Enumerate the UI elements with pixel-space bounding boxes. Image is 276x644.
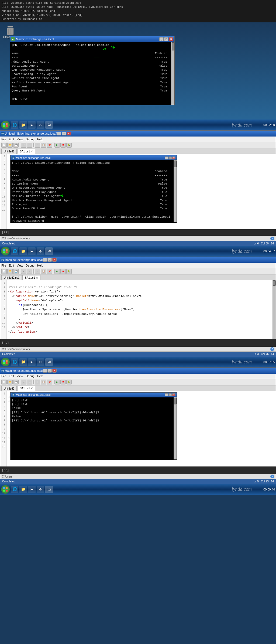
taskbar-media-icon-2[interactable]: ▶ [28, 247, 36, 255]
taskbar-ie-icon-4[interactable]: 🌐 [11, 486, 18, 493]
start-button-4[interactable] [1, 485, 10, 494]
ide-close-btn[interactable]: ✕ [67, 132, 71, 135]
s4-toolbar-run[interactable]: ▶ [54, 380, 60, 384]
toolbar-copy[interactable]: 📋 [41, 143, 46, 148]
inner-scrollbar[interactable] [174, 160, 177, 222]
s3-scrollbar-thumb[interactable] [273, 280, 276, 286]
tab-untitled2[interactable]: Untitled2 [1, 149, 17, 154]
taskbar-folder-icon-4[interactable]: 📁 [19, 486, 27, 493]
toolbar-undo[interactable]: ↩ [21, 143, 26, 148]
s4-toolbar-paste[interactable]: 📌 [47, 380, 52, 384]
taskbar-app-icon-2[interactable]: 🗂 [45, 247, 53, 255]
s3-toolbar-copy[interactable]: 📋 [41, 269, 46, 274]
s4-menu-view[interactable]: View [17, 374, 23, 378]
start-button-3[interactable] [1, 358, 10, 366]
s3-menu-debug[interactable]: Debug [26, 264, 34, 267]
taskbar-settings-icon[interactable]: ⚙ [37, 121, 44, 129]
s4-tab-untitled2[interactable]: Untitled2 [1, 386, 17, 391]
taskbar-settings-icon-4[interactable]: ⚙ [37, 486, 44, 493]
s4-menu-edit[interactable]: Edit [9, 374, 14, 378]
s4-minimize-btn[interactable]: _ [43, 369, 47, 373]
s3-close-btn[interactable]: ✕ [52, 258, 57, 262]
toolbar-debug-btn[interactable]: 🐛 [66, 143, 72, 148]
taskbar-app-icon[interactable]: 🗂 [45, 121, 53, 129]
s4-toolbar-stop[interactable]: ■ [60, 380, 66, 384]
inner-close[interactable]: ✕ [172, 156, 175, 159]
s4-toolbar-undo[interactable]: ↩ [21, 380, 26, 384]
s4-inner-min[interactable]: _ [165, 393, 168, 396]
maximize-btn[interactable]: □ [164, 37, 168, 41]
toolbar-paste[interactable]: 📌 [47, 143, 52, 148]
toolbar-open[interactable]: 📂 [7, 143, 13, 148]
s3-menu-file[interactable]: File [1, 264, 6, 267]
s3-minimize-btn[interactable]: _ [43, 258, 47, 262]
taskbar-media-icon-4[interactable]: ▶ [28, 486, 36, 493]
start-button-2[interactable] [1, 247, 10, 255]
s3-help-icon[interactable]: ? [270, 347, 274, 351]
minimize-btn[interactable]: _ [159, 37, 164, 41]
menu-view[interactable]: View [17, 138, 23, 141]
ide-maximize-btn[interactable]: □ [62, 132, 66, 135]
tab-sa1[interactable]: SA1.ps1 ✕ [17, 149, 35, 154]
menu-edit[interactable]: Edit [9, 138, 14, 141]
taskbar-folder-icon-2[interactable]: 📁 [19, 247, 27, 255]
taskbar-media-icon-3[interactable]: ▶ [28, 358, 36, 366]
taskbar-ie-icon-2[interactable]: 🌐 [11, 247, 18, 255]
taskbar-folder-icon-3[interactable]: 📁 [19, 358, 27, 366]
s3-menu-view[interactable]: View [17, 264, 23, 267]
taskbar-ie-icon[interactable]: 🌐 [11, 121, 18, 129]
taskbar-folder-icon[interactable]: 📁 [19, 121, 27, 129]
s4-maximize-btn[interactable]: □ [47, 369, 52, 373]
scrollbar-thumb[interactable] [172, 42, 174, 50]
s3-maximize-btn[interactable]: □ [47, 258, 52, 262]
s4-toolbar-cut[interactable]: ✂ [35, 380, 40, 384]
ide-minimize-btn[interactable]: _ [57, 132, 61, 135]
s4-inner-max[interactable]: □ [168, 393, 172, 396]
s3-toolbar-cut[interactable]: ✂ [35, 269, 40, 274]
s3-tab-sa1[interactable]: SA1.ps1 ✕ [22, 275, 40, 280]
s4-toolbar-open[interactable]: 📂 [7, 380, 13, 384]
s4-inner-scrollbar[interactable] [174, 397, 177, 459]
s4-toolbar-copy[interactable]: 📋 [41, 380, 46, 384]
toolbar-redo[interactable]: ↪ [27, 143, 32, 148]
close-btn[interactable]: ✕ [169, 37, 173, 41]
menu-debug[interactable]: Debug [26, 138, 34, 141]
inner-max[interactable]: □ [168, 156, 172, 159]
s3-toolbar-undo[interactable]: ↩ [21, 269, 26, 274]
menu-help[interactable]: Help [37, 138, 43, 141]
toolbar-save[interactable]: 💾 [13, 143, 19, 148]
s3-toolbar-stop[interactable]: ■ [60, 269, 66, 274]
s4-menu-help[interactable]: Help [37, 374, 43, 378]
taskbar-settings-icon-3[interactable]: ⚙ [37, 358, 44, 366]
s4-menu-file[interactable]: File [1, 374, 6, 378]
s3-toolbar-save[interactable]: 💾 [13, 269, 19, 274]
s4-tab-sa1[interactable]: SA1.ps1 ✕ [17, 386, 35, 391]
s3-tab-untitled2[interactable]: Untitled2.ps1 [1, 275, 22, 280]
s4-close-btn[interactable]: ✕ [52, 369, 57, 373]
s4-menu-debug[interactable]: Debug [26, 374, 34, 378]
toolbar-stop[interactable]: ■ [60, 143, 66, 148]
taskbar-media-icon[interactable]: ▶ [28, 121, 36, 129]
toolbar-cut[interactable]: ✂ [35, 143, 40, 148]
s3-toolbar-debug-btn[interactable]: 🐛 [66, 269, 72, 274]
s3-toolbar-open[interactable]: 📂 [7, 269, 13, 274]
s3-scrollbar[interactable] [272, 280, 276, 339]
s4-toolbar-redo[interactable]: ↪ [27, 380, 32, 384]
menu-file[interactable]: File [1, 138, 6, 141]
inner-min[interactable]: _ [165, 156, 168, 159]
s4-toolbar-save[interactable]: 💾 [13, 380, 19, 384]
s4-toolbar-debug-btn[interactable]: 🐛 [66, 380, 72, 384]
taskbar-app-icon-4[interactable]: 🗂 [45, 486, 53, 493]
toolbar-run[interactable]: ▶ [54, 143, 60, 148]
scrollbar-section1[interactable] [171, 42, 174, 105]
s3-toolbar-run[interactable]: ▶ [54, 269, 60, 274]
s4-toolbar-new[interactable]: 📄 [1, 380, 7, 384]
s4-inner-scrollbar-thumb[interactable] [174, 398, 177, 404]
taskbar-app-icon-3[interactable]: 🗂 [45, 358, 53, 366]
s3-menu-edit[interactable]: Edit [9, 264, 14, 267]
inner-scrollbar-thumb[interactable] [174, 161, 177, 167]
toolbar-new[interactable]: 📄 [1, 143, 7, 148]
help-icon[interactable]: ? [270, 237, 274, 240]
s3-toolbar-new[interactable]: 📄 [1, 269, 7, 274]
s3-toolbar-paste[interactable]: 📌 [47, 269, 52, 274]
